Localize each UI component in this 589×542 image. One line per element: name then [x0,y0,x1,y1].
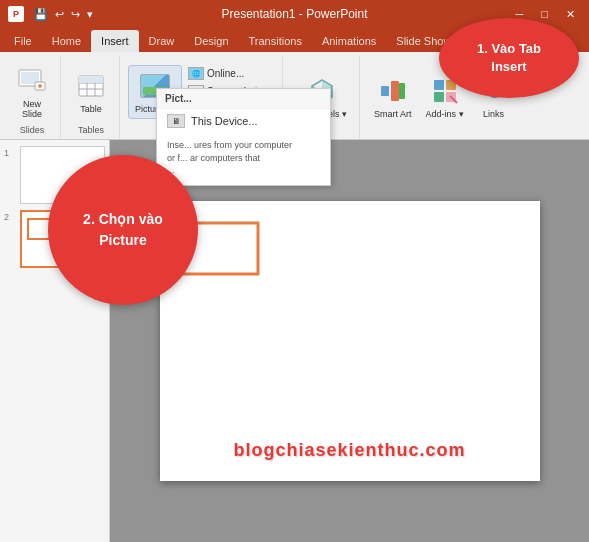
smartart-label: Smart Art [374,109,412,119]
svg-rect-22 [434,92,444,102]
tab-transitions[interactable]: Transitions [239,30,312,52]
app-icon: P [8,6,24,22]
svg-rect-19 [399,83,405,99]
tab-draw[interactable]: Draw [139,30,185,52]
table-button[interactable]: Table [69,66,113,118]
redo-btn[interactable]: ↪ [69,6,82,23]
tab-design[interactable]: Design [184,30,238,52]
save-btn[interactable]: 💾 [32,6,50,23]
annotation-bubble-1: 1. Vào TabInsert [439,18,579,98]
smartart-icon [377,75,409,107]
window-title: Presentation1 - PowerPoint [221,7,367,21]
dropdown-description: Inse... ures from your computeror f... a… [157,133,330,185]
svg-rect-17 [381,86,389,96]
slide-canvas[interactable]: blogchiasekienthuc.com [160,201,540,481]
title-bar-left: P 💾 ↩ ↪ ▾ [8,6,95,23]
bubble-1-text: 1. Vào TabInsert [477,40,541,76]
undo-btn[interactable]: ↩ [53,6,66,23]
annotation-bubble-2: 2. Chọn vàoPicture [48,155,198,305]
this-device-label: This Device... [191,115,258,127]
ribbon-group-slides: NewSlide Slides [4,56,61,139]
bubble-2-text: 2. Chọn vàoPicture [83,209,163,251]
online-pictures-button[interactable]: 🌐 Online... [184,65,275,82]
pictures-dropdown: Pict... 🖥 This Device... Inse... ures fr… [156,88,331,186]
ribbon-group-tables: Table Tables [63,56,120,139]
slides-group-label: Slides [20,125,45,137]
smartart-button[interactable]: Smart Art [368,71,418,123]
table-icon [75,70,107,102]
dropdown-section-header: Pict... [157,89,330,109]
tab-file[interactable]: File [4,30,42,52]
quick-access-toolbar: 💾 ↩ ↪ ▾ [32,6,95,23]
online-pictures-label: Online... [207,68,244,79]
slides-items: NewSlide [10,58,54,125]
svg-rect-20 [434,80,444,90]
watermark: blogchiasekienthuc.com [233,440,465,461]
svg-rect-10 [79,76,87,83]
tables-group-label: Tables [78,125,104,137]
svg-rect-12 [95,76,103,83]
table-label: Table [80,104,102,114]
this-device-icon: 🖥 [167,114,185,128]
new-slide-label: NewSlide [22,99,42,119]
maximize-btn[interactable]: □ [535,6,554,23]
online-pictures-icon: 🌐 [188,67,204,80]
tab-home[interactable]: Home [42,30,91,52]
tables-items: Table [69,58,113,125]
slide-num-2: 2 [4,212,16,222]
slide-num-1: 1 [4,148,16,158]
tab-animations[interactable]: Animations [312,30,386,52]
links-label: Links [483,109,504,119]
addins-label: Add-ins ▾ [426,109,464,119]
tab-insert[interactable]: Insert [91,30,139,52]
new-slide-button[interactable]: NewSlide [10,61,54,123]
customize-btn[interactable]: ▾ [85,6,95,23]
close-btn[interactable]: ✕ [560,6,581,23]
svg-rect-18 [391,81,399,101]
dropdown-item-this-device[interactable]: 🖥 This Device... [157,109,330,133]
svg-rect-11 [87,76,95,83]
new-slide-icon [16,65,48,97]
